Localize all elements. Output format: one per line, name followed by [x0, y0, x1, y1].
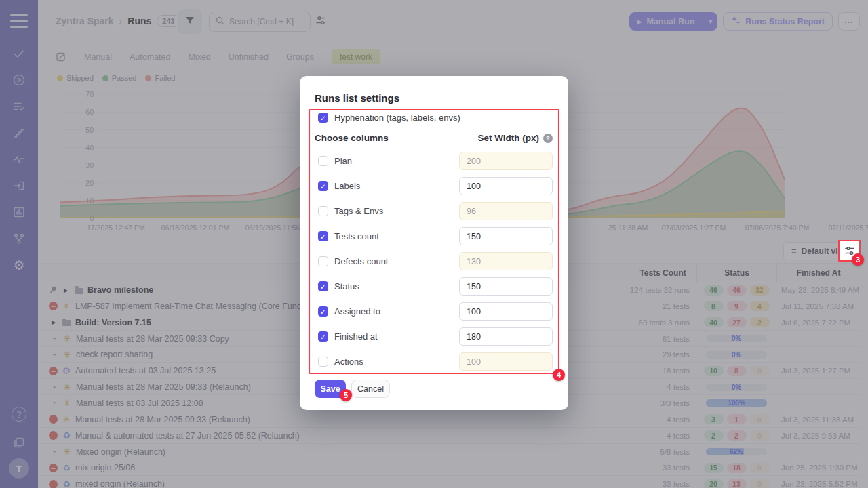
cancel-button[interactable]: Cancel: [351, 380, 390, 398]
column-label: Finished at: [334, 331, 378, 342]
column-label: Labels: [334, 181, 360, 191]
annotation-badge-4: 4: [553, 369, 565, 381]
column-setting-row: Plan: [300, 148, 568, 174]
column-label: Status: [334, 281, 359, 291]
width-input-tags-envs[interactable]: [459, 202, 553, 220]
width-input-labels[interactable]: [459, 177, 553, 195]
column-label: Defects count: [334, 256, 389, 266]
column-setting-row: ✓Assigned to: [300, 299, 568, 324]
width-input-status[interactable]: [459, 277, 553, 296]
column-checkbox-defects-count[interactable]: [318, 256, 328, 266]
column-setting-row: Actions: [300, 349, 568, 374]
column-checkbox-labels[interactable]: ✓: [318, 181, 328, 191]
width-input-tests-count[interactable]: [459, 227, 553, 245]
runs-list-settings-modal: Runs list settings ✓ Hyphenation (tags, …: [300, 76, 568, 410]
column-label: Plan: [334, 156, 352, 166]
column-setting-row: Tags & Envs: [300, 199, 568, 224]
width-input-defects-count[interactable]: [459, 252, 553, 270]
width-input-finished-at[interactable]: [459, 327, 553, 346]
set-width-header: Set Width (px): [477, 133, 539, 143]
column-checkbox-actions[interactable]: [318, 357, 328, 367]
column-setting-row: Defects count: [300, 249, 568, 274]
hyphenation-checkbox[interactable]: ✓: [318, 113, 328, 123]
column-setting-row: ✓Labels: [300, 174, 568, 199]
hyphenation-row[interactable]: ✓ Hyphenation (tags, labels, envs): [318, 113, 460, 123]
hyphenation-label: Hyphenation (tags, labels, envs): [334, 113, 460, 123]
column-setting-row: ✓Tests count: [300, 224, 568, 249]
column-checkbox-tests-count[interactable]: ✓: [318, 231, 328, 241]
app-window: ⚙ ? T Zyntra Spark › Runs 243: [0, 0, 868, 488]
choose-columns-header: Choose columns: [315, 133, 389, 143]
column-checkbox-finished-at[interactable]: ✓: [318, 331, 328, 342]
column-setting-row: ✓Finished at: [300, 324, 568, 349]
modal-title: Runs list settings: [315, 92, 399, 104]
width-input-actions[interactable]: [459, 352, 553, 371]
column-setting-row: ✓Status: [300, 274, 568, 299]
column-label: Tags & Envs: [334, 206, 383, 216]
column-checkbox-assigned-to[interactable]: ✓: [318, 306, 328, 317]
column-checkbox-tags-envs[interactable]: [318, 206, 328, 216]
width-input-plan[interactable]: [459, 152, 553, 170]
column-label: Assigned to: [334, 306, 380, 317]
column-checkbox-status[interactable]: ✓: [318, 281, 328, 291]
annotation-badge-5: 5: [340, 389, 352, 401]
column-label: Tests count: [334, 231, 379, 241]
help-tooltip-icon[interactable]: ?: [543, 134, 553, 143]
width-input-assigned-to[interactable]: [459, 302, 553, 321]
column-label: Actions: [334, 357, 363, 367]
column-checkbox-plan[interactable]: [318, 156, 328, 166]
annotation-badge-3: 3: [852, 253, 864, 266]
